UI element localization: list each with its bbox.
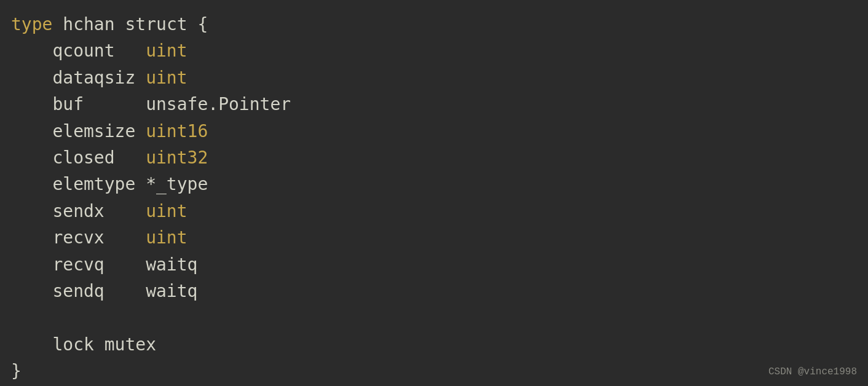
- watermark: CSDN @vince1998: [768, 364, 857, 380]
- line-8: sendx uint: [11, 198, 850, 224]
- line-14: }: [11, 358, 850, 384]
- line-13: lock mutex: [11, 331, 850, 358]
- line-10: recvq waitq: [11, 251, 850, 278]
- code-block: type hchan struct { qcount uint dataqsiz…: [11, 11, 850, 384]
- line-3: dataqsiz uint: [11, 65, 850, 91]
- line-5: elemsize uint16: [11, 118, 850, 144]
- line-2: qcount uint: [11, 37, 850, 64]
- line-11: sendq waitq: [11, 278, 850, 304]
- line-1: type hchan struct {: [11, 11, 850, 37]
- line-9: recvx uint: [11, 224, 850, 251]
- line-12: [11, 304, 850, 331]
- line-4: buf unsafe.Pointer: [11, 91, 850, 117]
- line-7: elemtype *_type: [11, 171, 850, 197]
- line-6: closed uint32: [11, 144, 850, 171]
